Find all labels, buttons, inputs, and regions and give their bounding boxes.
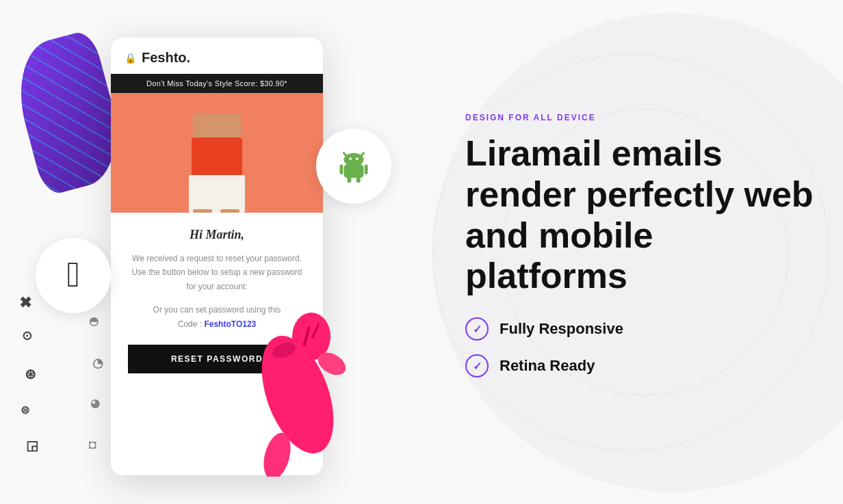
check-icon-retina: ✓ xyxy=(473,360,482,373)
android-platform-badge xyxy=(316,129,391,204)
check-icon-responsive: ✓ xyxy=(473,323,482,336)
check-circle-responsive: ✓ xyxy=(465,317,489,341)
brand-logo: Feshto. xyxy=(142,50,190,66)
design-label: DESIGN FOR ALL DEVICE xyxy=(465,113,816,122)
email-greeting: Hi Martin, xyxy=(128,228,306,242)
email-message: We received a request to reset your pass… xyxy=(128,252,306,293)
apple-platform-badge:  xyxy=(36,238,111,313)
pink-decoration xyxy=(243,299,359,477)
promo-banner: Don't Miss Today's Style Score: $30.90* xyxy=(111,74,323,93)
spiral-decoration-1: ✖ xyxy=(19,294,31,312)
svg-point-9 xyxy=(349,157,352,160)
svg-rect-15 xyxy=(356,177,361,183)
phone-header: 🔒 Feshto. xyxy=(111,38,323,74)
spiral-decoration-2: ⊙ xyxy=(22,328,32,343)
feature-label-retina: Retina Ready xyxy=(500,357,595,375)
product-figure-svg xyxy=(111,93,323,213)
main-headline: Liramail emails render perfectly web and… xyxy=(465,133,816,297)
product-image xyxy=(111,93,323,213)
spiral-decoration-5: ◲ xyxy=(26,438,38,453)
svg-rect-5 xyxy=(220,209,239,213)
svg-rect-1 xyxy=(193,114,241,141)
feature-item-responsive: ✓ Fully Responsive xyxy=(465,317,816,341)
code-prefix: Code : xyxy=(178,319,205,329)
svg-rect-13 xyxy=(365,165,368,175)
svg-rect-4 xyxy=(193,209,212,213)
right-section: DESIGN FOR ALL DEVICE Liramail emails re… xyxy=(424,0,843,504)
feature-label-responsive: Fully Responsive xyxy=(500,320,623,338)
apple-logo-icon:  xyxy=(67,256,80,292)
svg-rect-2 xyxy=(192,137,242,178)
spiral-decoration-4: ⊜ xyxy=(21,403,29,416)
spiral-decoration-8: ◕ xyxy=(90,397,100,410)
svg-rect-3 xyxy=(189,175,245,213)
svg-rect-12 xyxy=(339,165,343,175)
feature-item-retina: ✓ Retina Ready xyxy=(465,354,816,377)
spiral-decoration-3: ⊛ xyxy=(25,366,36,382)
spiral-decoration-9: ◘ xyxy=(89,438,96,452)
spiral-decoration-6: ◓ xyxy=(89,315,99,328)
svg-point-8 xyxy=(344,153,364,166)
svg-rect-14 xyxy=(347,177,351,183)
android-icon xyxy=(334,146,374,186)
svg-point-10 xyxy=(356,157,359,160)
pink-shrimp-svg xyxy=(243,299,359,477)
lock-icon: 🔒 xyxy=(125,53,136,64)
check-circle-retina: ✓ xyxy=(465,354,489,377)
spiral-decoration-7: ◔ xyxy=(92,356,103,371)
svg-rect-11 xyxy=(344,165,364,178)
